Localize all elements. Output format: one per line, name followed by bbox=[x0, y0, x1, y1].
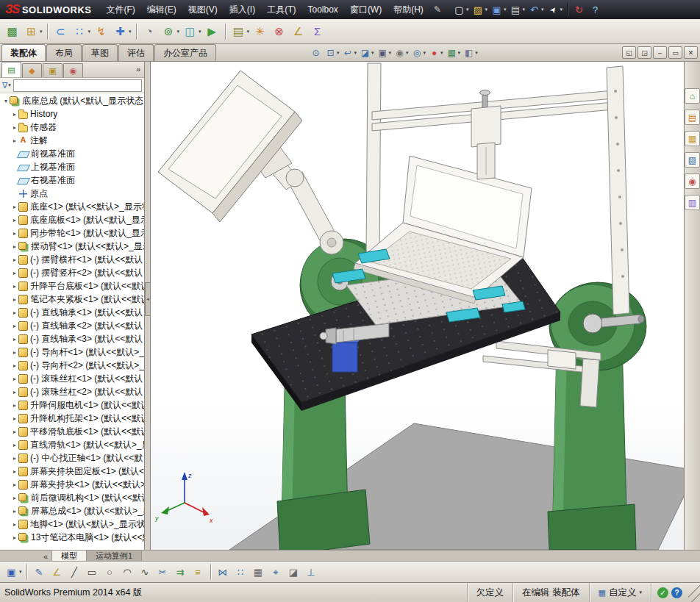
panel-splitter[interactable]: ◄ bbox=[145, 62, 151, 550]
mate-button[interactable]: ⊂ bbox=[51, 23, 71, 40]
tree-item[interactable]: ▸ (-) 直线轴承<2> (默认<<默认 bbox=[0, 319, 144, 332]
expand-arrow-icon[interactable]: ▸ bbox=[11, 111, 18, 118]
side-rails[interactable] bbox=[483, 341, 601, 407]
apply-scene-button[interactable]: ▦ ▾ bbox=[445, 47, 463, 60]
tab-sketch[interactable]: 草图 bbox=[82, 44, 118, 61]
trim-entities-button[interactable]: ✂ bbox=[154, 565, 172, 580]
featuremanager-tree-tab[interactable]: ▤ bbox=[1, 62, 21, 77]
dock-panel-button[interactable]: ◲ bbox=[638, 46, 651, 59]
graphics-viewport[interactable]: z x y bbox=[151, 62, 684, 550]
reference-geometry-button[interactable]: ◫ ▾ bbox=[181, 23, 203, 40]
expand-arrow-icon[interactable]: ▸ bbox=[11, 442, 18, 448]
expand-arrow-icon[interactable]: ▸ bbox=[11, 402, 18, 409]
tab-evaluate[interactable]: 评估 bbox=[118, 44, 154, 61]
expand-arrow-icon[interactable]: ▸ bbox=[11, 349, 18, 356]
offset-entities-button[interactable]: ≡ bbox=[190, 565, 207, 580]
hide-show-items-button[interactable]: ◎ ▾ bbox=[410, 47, 428, 60]
custom-dropdown[interactable]: ▦ 自定义 ▾ bbox=[589, 583, 651, 602]
tree-item[interactable]: ▸ 前后微调机构<1> (默认<<默认 bbox=[0, 491, 144, 504]
spline-button[interactable]: ∿ bbox=[137, 565, 154, 580]
expand-arrow-icon[interactable]: ▸ bbox=[11, 429, 18, 435]
measure-button[interactable]: ∠ bbox=[289, 23, 308, 40]
convert-entities-button[interactable]: ⇉ bbox=[172, 565, 190, 580]
assembly-features-button[interactable]: ⊚ ▾ bbox=[160, 23, 182, 40]
display-grid-button[interactable]: ▦ bbox=[250, 565, 268, 580]
tree-item[interactable]: ▸ History bbox=[0, 107, 144, 121]
undock-panel-button[interactable]: ◱ bbox=[622, 46, 636, 59]
tree-item[interactable]: ▸ 升降机构托架<1> (默认<<默认 bbox=[0, 412, 144, 425]
tree-item[interactable]: ▸ 升降平台底板<1> (默认<<默认 bbox=[0, 279, 144, 293]
panel-tabs-overflow-button[interactable]: » bbox=[134, 65, 143, 75]
tree-item[interactable]: ▸ (-) 直线轴承<3> (默认<<默认 bbox=[0, 332, 144, 345]
edit-component-button[interactable]: ▩ bbox=[3, 23, 22, 40]
tree-item[interactable]: ▸ 底座底板<1> (默认<默认_显示 bbox=[0, 213, 144, 226]
exploded-view-button[interactable]: ✳ bbox=[251, 23, 270, 40]
expand-arrow-icon[interactable]: ▸ bbox=[11, 508, 18, 515]
zoom-to-fit-button[interactable]: ⊙ bbox=[309, 47, 324, 60]
expand-arrow-icon[interactable]: ▸ bbox=[11, 534, 18, 541]
tree-item[interactable]: 上视基准面 bbox=[0, 160, 144, 173]
expand-arrow-icon[interactable]: ▸ bbox=[11, 495, 18, 501]
view-palette-button[interactable]: ▧ bbox=[685, 152, 700, 168]
filter-input[interactable] bbox=[13, 79, 142, 92]
smart-fasteners-button[interactable]: ↯ bbox=[92, 23, 111, 40]
tree-item[interactable]: ▸ (-) 导向杆<2> (默认<<默认>_ bbox=[0, 359, 144, 372]
design-library-button[interactable]: ▤ bbox=[685, 110, 700, 125]
expand-arrow-icon[interactable]: ▸ bbox=[11, 230, 18, 237]
expand-arrow-icon[interactable]: ▸ bbox=[11, 521, 18, 528]
status-check-icon[interactable]: ✓ bbox=[657, 587, 668, 598]
expand-arrow-icon[interactable]: ▾ bbox=[2, 98, 10, 104]
minimize-document-button[interactable]: – bbox=[653, 46, 667, 59]
section-button[interactable]: ◪ bbox=[285, 565, 303, 580]
tree-item[interactable]: ▸ 同步带轮<1> (默认<默认_显示 bbox=[0, 226, 144, 240]
expand-arrow-icon[interactable]: ▸ bbox=[11, 217, 18, 223]
expand-arrow-icon[interactable]: ▸ bbox=[11, 336, 18, 343]
tree-item[interactable]: ▾ 底座总成 (默认<默认_显示状态 bbox=[0, 94, 144, 107]
expand-arrow-icon[interactable]: ▸ bbox=[11, 137, 18, 144]
tab-office-products[interactable]: 办公室产品 bbox=[154, 44, 216, 61]
section-view-button[interactable]: ◪ ▾ bbox=[358, 47, 376, 60]
tree-item[interactable]: ▸ (-) 摆臂横杆<1> (默认<<默认 bbox=[0, 253, 144, 266]
line-button[interactable]: ╱ bbox=[66, 565, 84, 580]
tree-item[interactable]: ▸ 屏幕总成<1> (默认<<默认>_显 bbox=[0, 504, 144, 517]
tree-item[interactable]: ▸ (-) 滚珠丝杠<2> (默认<<默认 bbox=[0, 385, 144, 398]
expand-arrow-icon[interactable]: ▸ bbox=[11, 481, 18, 488]
help-button[interactable]: ? bbox=[588, 3, 604, 17]
right-stand[interactable] bbox=[548, 282, 646, 550]
linear-sketch-pattern-button[interactable]: ∷ bbox=[232, 565, 250, 580]
tree-item[interactable]: ▸ (-) 导向杆<1> (默认<<默认>_ bbox=[0, 345, 144, 359]
interference-detection-button[interactable]: ⊗ bbox=[270, 23, 289, 40]
view-settings-button[interactable]: ◧ ▾ bbox=[462, 47, 479, 60]
menu-edit[interactable]: 编辑(E) bbox=[141, 0, 182, 19]
menu-view[interactable]: 视图(V) bbox=[182, 0, 224, 19]
move-component-button[interactable]: ✚ ▾ bbox=[111, 23, 133, 40]
tree-item[interactable]: ▸ 升降伺服电机<1> (默认<<默认 bbox=[0, 398, 144, 412]
mirror-entities-button[interactable]: ⋈ bbox=[215, 565, 232, 580]
previous-view-button[interactable]: ↩ ▾ bbox=[341, 47, 359, 60]
tree-item[interactable]: ▸ (-) 滚珠丝杠<1> (默认<<默认 bbox=[0, 372, 144, 385]
circle-button[interactable]: ○ bbox=[101, 565, 119, 580]
propertymanager-tab[interactable]: ◆ bbox=[22, 63, 42, 77]
expand-arrow-icon[interactable]: ▸ bbox=[11, 455, 18, 462]
insert-components-button[interactable]: ⊞ ▾ bbox=[22, 23, 44, 40]
graphics-area[interactable]: z x y bbox=[151, 62, 684, 550]
custom-properties-button[interactable]: ▥ bbox=[685, 195, 700, 210]
expand-arrow-icon[interactable]: ▸ bbox=[11, 309, 18, 316]
display-style-button[interactable]: ◉ ▾ bbox=[393, 47, 410, 60]
expand-arrow-icon[interactable]: ▸ bbox=[11, 389, 18, 395]
solidworks-resources-button[interactable]: ⌂ bbox=[685, 88, 700, 104]
tab-motion-study-1[interactable]: 运动算例1 bbox=[87, 551, 142, 562]
tab-model[interactable]: 模型 bbox=[52, 551, 87, 562]
tree-item[interactable]: 原点 bbox=[0, 187, 144, 200]
menu-insert[interactable]: 插入(I) bbox=[224, 0, 261, 19]
expand-arrow-icon[interactable]: ▸ bbox=[11, 243, 18, 250]
status-help-icon[interactable]: ? bbox=[671, 587, 682, 598]
tree-item[interactable]: ▸ 传感器 bbox=[0, 121, 144, 134]
expand-arrow-icon[interactable]: ▸ bbox=[11, 124, 18, 131]
expand-arrow-icon[interactable]: ▸ bbox=[11, 323, 18, 329]
menu-toolbox[interactable]: Toolbox bbox=[302, 0, 344, 19]
tab-layout[interactable]: 布局 bbox=[46, 44, 82, 61]
arc-button[interactable]: ◠ bbox=[119, 565, 137, 580]
displaymanager-tab[interactable]: ◉ bbox=[63, 63, 83, 77]
expand-arrow-icon[interactable]: ▸ bbox=[11, 415, 18, 422]
